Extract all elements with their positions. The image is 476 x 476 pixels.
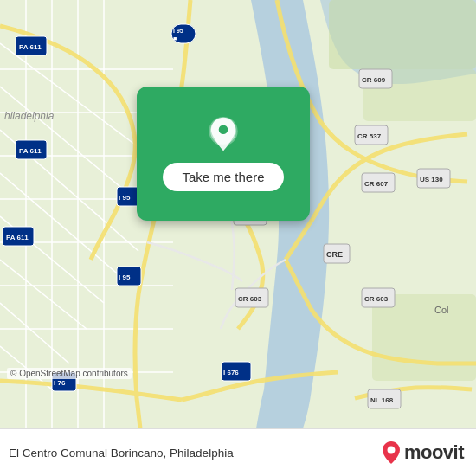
svg-text:I 95: I 95 [119,194,131,202]
svg-text:I 95: I 95 [119,273,131,281]
svg-text:PA 611: PA 611 [19,43,42,51]
svg-text:PA 611: PA 611 [19,147,42,155]
svg-text:NL 168: NL 168 [370,396,394,404]
svg-rect-1 [329,0,476,69]
svg-text:CR 603: CR 603 [238,295,262,303]
take-me-there-button[interactable]: Take me there [163,163,283,191]
svg-point-64 [387,447,395,454]
svg-text:Col: Col [434,305,449,315]
svg-text:I 95: I 95 [173,28,183,34]
svg-point-63 [219,125,228,135]
svg-text:■: ■ [173,35,177,42]
bottom-bar: El Centro Comunal Borincano, Philadelphi… [0,428,476,476]
place-name: El Centro Comunal Borincano, Philadelphi… [9,447,234,460]
svg-text:I 676: I 676 [223,369,239,376]
location-pin-icon [204,116,242,154]
svg-text:CR 537: CR 537 [357,132,382,140]
svg-text:CR 609: CR 609 [362,76,386,84]
svg-text:CRE: CRE [326,250,343,259]
moovit-pin-icon [382,441,401,465]
moovit-logo: moovit [382,441,464,465]
moovit-brand-text: moovit [404,441,464,464]
osm-credit: © OpenStreetMap contributors [7,368,132,379]
svg-text:CR 603: CR 603 [364,295,389,303]
location-card: Take me there [137,87,310,221]
svg-text:hiladelphia: hiladelphia [4,110,55,122]
svg-text:I 76: I 76 [54,379,66,387]
svg-text:CR 607: CR 607 [364,180,389,188]
map-container: PA 611 PA 611 PA 611 I 95 ■ I 95 I 95 I … [0,0,476,428]
svg-text:PA 611: PA 611 [6,234,29,241]
svg-text:US 130: US 130 [420,176,443,183]
